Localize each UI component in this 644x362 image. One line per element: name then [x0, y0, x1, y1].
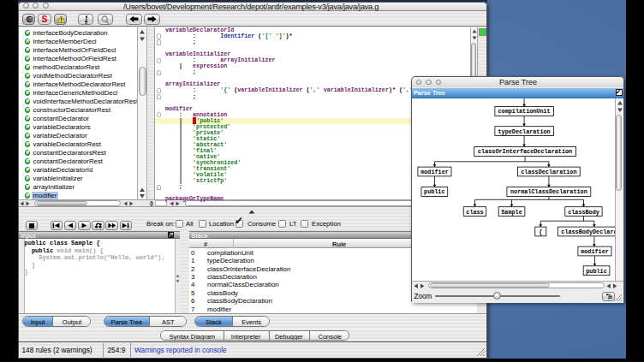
svg-text:compilationUnit: compilationUnit: [498, 108, 550, 115]
svg-text:typeDeclaration: typeDeclaration: [498, 128, 550, 134]
svg-text:classBodyDeclaration: classBodyDeclaration: [561, 228, 615, 234]
svg-text:classDeclaration: classDeclaration: [521, 168, 576, 175]
svg-text:classOrInterfaceDeclaration: classOrInterfaceDeclaration: [478, 148, 572, 155]
svg-text:modifier: modifier: [581, 247, 609, 254]
svg-text:{: {: [539, 228, 542, 234]
svg-text:normalClassDeclaration: normalClassDeclaration: [510, 188, 587, 195]
svg-text:classBody: classBody: [568, 208, 599, 215]
svg-text:public: public: [586, 267, 606, 274]
svg-text:Sample: Sample: [501, 208, 522, 215]
svg-text:public: public: [424, 188, 444, 195]
svg-text:class: class: [466, 208, 483, 215]
svg-text:modifier: modifier: [420, 168, 449, 175]
